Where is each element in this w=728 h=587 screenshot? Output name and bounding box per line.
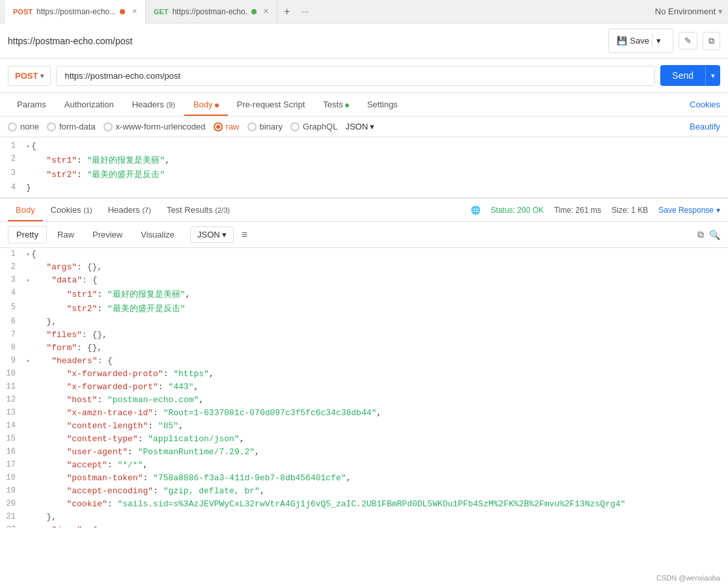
response-line-number: 10 <box>0 368 23 378</box>
tab-url-post: https://postman-echo... <box>36 7 116 16</box>
url-title-area: https://postman-echo.com/post 💾 Save ▾ ✎… <box>0 23 728 59</box>
resp-tab-body[interactable]: Body <box>8 198 43 221</box>
json-format-dropdown[interactable]: JSON ▾ <box>345 122 374 131</box>
tab-body[interactable]: Body <box>184 93 228 116</box>
tab-prerequest[interactable]: Pre-request Script <box>228 93 315 116</box>
response-line: 3▾ "data": { <box>0 274 728 287</box>
radio-urlencoded[interactable] <box>104 122 113 131</box>
tab-dot-get <box>251 9 257 14</box>
body-option-binary[interactable]: binary <box>247 122 283 131</box>
send-label: Send <box>660 65 705 86</box>
save-label[interactable]: Save <box>630 36 649 46</box>
tab-add-button[interactable]: + <box>277 6 296 18</box>
response-line-number: 16 <box>0 446 23 456</box>
request-title: https://postman-echo.com/post <box>8 36 132 46</box>
tab-settings[interactable]: Settings <box>358 93 407 116</box>
body-option-raw[interactable]: raw <box>214 122 240 131</box>
radio-binary[interactable] <box>247 122 257 131</box>
status-ok-text: Status: 200 OK <box>491 206 544 215</box>
response-line-content: "cookie": "sails.sid=s%3AzJEVPWyCxL32rwV… <box>23 498 728 510</box>
response-search-icon[interactable]: 🔍 <box>709 230 720 240</box>
response-line-content: "postman-token": "758a8886-f3a3-411d-9eb… <box>23 472 728 484</box>
view-tab-pretty[interactable]: Pretty <box>8 226 47 243</box>
response-line-content: "form": {}, <box>23 342 728 354</box>
url-actions: 💾 Save ▾ ✎ ⧉ <box>608 29 720 53</box>
view-tab-raw-label: Raw <box>57 230 74 239</box>
beautify-button[interactable]: Beautify <box>690 122 720 131</box>
send-chevron-icon[interactable]: ▾ <box>705 66 720 85</box>
response-json-dropdown[interactable]: JSON ▾ <box>190 226 234 243</box>
view-tab-raw[interactable]: Raw <box>49 226 82 243</box>
label-graphql: GraphQL <box>303 122 337 131</box>
radio-none[interactable] <box>8 122 17 131</box>
resp-tab-headers[interactable]: Headers (7) <box>100 198 159 221</box>
tab-params[interactable]: Params <box>8 93 55 116</box>
resp-tab-cookies[interactable]: Cookies (1) <box>43 198 100 221</box>
response-line-number: 18 <box>0 472 23 482</box>
response-size-text: Size: 1 KB <box>611 206 648 215</box>
response-line-content: "content-type": "application/json", <box>23 433 728 445</box>
tab-tests[interactable]: Tests <box>314 93 357 116</box>
req-line-4: 4 } <box>0 182 728 195</box>
tab-more-button[interactable]: ··· <box>296 7 314 16</box>
body-option-graphql[interactable]: GraphQL <box>290 122 337 131</box>
copy-button[interactable]: ⧉ <box>703 32 720 50</box>
body-option-urlencoded[interactable]: x-www-form-urlencoded <box>104 122 206 131</box>
radio-graphql[interactable] <box>290 122 300 131</box>
response-line-number: 22 <box>0 524 23 528</box>
url-input[interactable] <box>56 66 655 86</box>
body-option-formdata[interactable]: form-data <box>47 122 96 131</box>
body-option-none[interactable]: none <box>8 122 39 131</box>
environment-label: No Environment <box>655 7 716 16</box>
tab-close-post[interactable]: ✕ <box>132 7 137 16</box>
response-line-number: 2 <box>0 261 23 271</box>
response-line: 17 "accept": "*/*", <box>0 459 728 472</box>
resp-tab-body-label: Body <box>16 205 35 215</box>
radio-raw[interactable] <box>214 122 223 131</box>
label-formdata: form-data <box>59 122 96 131</box>
json-format-chevron-icon: ▾ <box>370 122 374 131</box>
edit-button[interactable]: ✎ <box>679 32 697 49</box>
cookies-link[interactable]: Cookies <box>690 100 720 109</box>
response-line-content: "accept": "*/*", <box>23 459 728 471</box>
tab-headers-label: Headers (9) <box>132 100 175 109</box>
response-line: 10 "x-forwarded-proto": "https", <box>0 368 728 381</box>
view-tab-visualize-label: Visualize <box>141 230 175 239</box>
resp-tab-testresults-label: Test Results (2/3) <box>167 205 230 215</box>
request-editor[interactable]: 1 ▾{ 2 "str1": "最好的报复是美丽", 3 "str2": "最美… <box>0 137 728 198</box>
environment-selector[interactable]: No Environment ▾ <box>655 7 723 16</box>
response-line-content: "str1": "最好的报复是美丽", <box>23 287 728 301</box>
tab-headers[interactable]: Headers (9) <box>123 93 184 116</box>
radio-formdata[interactable] <box>47 122 56 131</box>
response-time-text: Time: 261 ms <box>554 206 601 215</box>
watermark: CSDN @wenxiaoba <box>656 574 720 582</box>
tab-close-get[interactable]: ✕ <box>263 7 269 16</box>
response-line: 9▾ "headers": { <box>0 355 728 368</box>
req-line-3: 3 "str2": "最美的盛开是反击" <box>0 167 728 182</box>
response-line-content: }, <box>23 316 728 328</box>
view-tab-preview[interactable]: Preview <box>85 226 130 243</box>
response-line: 16 "user-agent": "PostmanRuntime/7.29.2"… <box>0 446 728 459</box>
response-line-number: 7 <box>0 329 23 339</box>
resp-tab-testresults[interactable]: Test Results (2/3) <box>159 198 238 221</box>
tab-authorization[interactable]: Authorization <box>55 93 123 116</box>
save-chevron-icon[interactable]: ▾ <box>652 33 665 49</box>
body-options: none form-data x-www-form-urlencoded raw… <box>0 116 728 137</box>
send-button[interactable]: Send ▾ <box>660 65 720 86</box>
response-line-number: 13 <box>0 407 23 417</box>
response-line-content: "user-agent": "PostmanRuntime/7.29.2", <box>23 446 728 458</box>
tab-get[interactable]: GET https://postman-echo. ✕ <box>146 0 277 23</box>
response-line-number: 1 <box>0 248 23 258</box>
wrap-icon[interactable]: ≡ <box>242 229 247 241</box>
label-urlencoded: x-www-form-urlencoded <box>116 122 206 131</box>
response-line-content: ▾ "data": { <box>23 274 728 286</box>
method-dropdown[interactable]: POST ▾ <box>8 66 51 86</box>
response-view-bar: Pretty Raw Preview Visualize JSON ▾ ≡ ⧉ … <box>0 222 728 248</box>
response-line-number: 15 <box>0 433 23 443</box>
save-response-button[interactable]: Save Response ▾ <box>658 206 720 215</box>
response-copy-icon[interactable]: ⧉ <box>697 229 704 240</box>
tab-post[interactable]: POST https://postman-echo... ✕ <box>5 0 146 23</box>
response-line-number: 21 <box>0 511 23 521</box>
view-tab-visualize[interactable]: Visualize <box>133 226 182 243</box>
response-line-number: 11 <box>0 381 23 391</box>
